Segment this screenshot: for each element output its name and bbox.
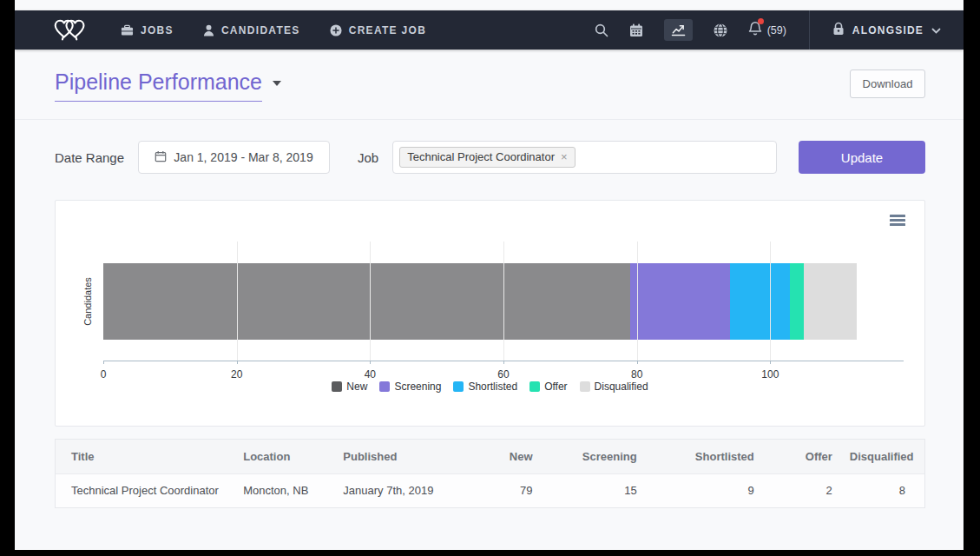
table-cell: 8 (841, 473, 924, 507)
gridline (503, 242, 504, 361)
bar-segment-disqualified[interactable] (804, 263, 857, 340)
gridline (370, 242, 371, 361)
table-cell: 15 (542, 473, 646, 507)
update-button[interactable]: Update (799, 141, 925, 174)
table-cell: 2 (763, 473, 841, 507)
nav-right: (59) ALONGSIDE (595, 10, 941, 50)
legend-label: Shortlisted (468, 381, 517, 393)
bar-segment-shortlisted[interactable] (730, 263, 790, 340)
column-header-published: Published (334, 440, 463, 473)
job-tag-label: Technical Project Coordinator (407, 150, 555, 163)
search-icon[interactable] (595, 23, 608, 37)
legend-swatch (529, 381, 540, 392)
legend-swatch (453, 381, 464, 392)
nav-item-candidates[interactable]: CANDIDATES (203, 24, 300, 36)
column-header-disqualified: Disqualified (841, 440, 924, 473)
legend-item-offer[interactable]: Offer (529, 381, 567, 393)
legend-label: Screening (394, 381, 441, 393)
job-label: Job (358, 150, 378, 165)
column-header-title: Title (56, 440, 234, 473)
account-menu[interactable]: ALONGSIDE (832, 22, 941, 38)
gridline (637, 242, 638, 361)
plus-circle-icon (330, 24, 342, 36)
legend-item-shortlisted[interactable]: Shortlisted (453, 381, 517, 393)
job-multiselect[interactable]: Technical Project Coordinator × (392, 141, 777, 174)
nav-item-jobs[interactable]: JOBS (121, 24, 174, 36)
x-tick-label: 60 (497, 368, 509, 381)
calendar-small-icon (155, 150, 167, 165)
x-tick-mark (237, 361, 238, 364)
column-header-screening: Screening (542, 440, 646, 473)
navbar-divider (809, 10, 810, 50)
job-tag: Technical Project Coordinator × (399, 147, 575, 168)
legend-item-screening[interactable]: Screening (379, 381, 441, 393)
x-tick-label: 0 (101, 368, 107, 381)
account-label: ALONGSIDE (852, 24, 924, 36)
briefcase-icon (121, 24, 134, 36)
nav-item-label: CREATE JOB (349, 24, 426, 36)
date-range-value: Jan 1, 2019 - Mar 8, 2019 (174, 150, 312, 164)
x-tick-mark (503, 361, 504, 364)
legend-item-disqualified[interactable]: Disqualified (580, 381, 648, 393)
navbar: JOBS CANDIDATES CREATE JOB (15, 10, 964, 50)
analytics-icon[interactable] (664, 19, 693, 41)
chart-panel: Candidates 020406080100 NewScreeningShor… (55, 200, 925, 427)
nav-item-label: JOBS (141, 24, 174, 36)
legend-swatch (332, 381, 342, 392)
download-button[interactable]: Download (850, 70, 925, 98)
nav-item-label: CANDIDATES (221, 24, 300, 36)
x-tick-mark (637, 361, 638, 364)
brand-logo-icon[interactable] (53, 17, 88, 43)
nav-links: JOBS CANDIDATES CREATE JOB (121, 24, 426, 36)
x-tick-label: 40 (365, 368, 376, 381)
gridline (237, 242, 238, 361)
filter-bar: Date Range Jan 1, 2019 - Mar 8, 2019 Job… (55, 141, 925, 174)
column-header-shortlisted: Shortlisted (646, 440, 763, 473)
notification-dot (758, 18, 764, 24)
plot-area: 020406080100 (103, 242, 904, 361)
results-table-panel: TitleLocationPublishedNewScreeningShortl… (55, 439, 925, 508)
notification-count: (59) (767, 24, 786, 36)
table-cell: 9 (646, 473, 763, 507)
bar-segment-screening[interactable] (630, 263, 730, 340)
x-tick-label: 80 (631, 368, 642, 381)
calendar-icon[interactable] (629, 23, 643, 37)
header-divider (15, 119, 964, 120)
nav-item-create-job[interactable]: CREATE JOB (330, 24, 426, 36)
close-icon[interactable]: × (561, 151, 568, 162)
legend-label: Disqualified (595, 381, 648, 393)
x-tick-mark (770, 361, 771, 364)
legend-swatch (580, 381, 590, 392)
results-table: TitleLocationPublishedNewScreeningShortl… (56, 440, 924, 507)
chart-ylabel: Candidates (82, 242, 94, 361)
report-selector[interactable]: Pipeline Performance (55, 70, 281, 102)
table-cell: Moncton, NB (234, 473, 334, 507)
legend-item-new[interactable]: New (332, 381, 367, 393)
column-header-location: Location (234, 440, 334, 473)
x-tick-mark (370, 361, 371, 364)
bar-segment-offer[interactable] (790, 263, 803, 340)
globe-icon[interactable] (714, 23, 727, 37)
app-screen: JOBS CANDIDATES CREATE JOB (15, 0, 964, 550)
x-tick-mark (103, 361, 104, 364)
column-header-new: New (463, 440, 541, 473)
date-range-input[interactable]: Jan 1, 2019 - Mar 8, 2019 (138, 141, 330, 174)
chart-legend: NewScreeningShortlistedOfferDisqualified (56, 381, 924, 393)
legend-label: Offer (544, 381, 567, 393)
table-header-row: TitleLocationPublishedNewScreeningShortl… (56, 440, 924, 473)
page-title: Pipeline Performance (55, 70, 262, 102)
x-tick-label: 100 (761, 368, 779, 381)
notifications-button[interactable]: (59) (748, 21, 786, 39)
table-cell: Technical Project Coordinator (56, 473, 234, 507)
lock-icon (832, 22, 845, 38)
person-icon (203, 24, 214, 36)
chart-menu-icon[interactable] (890, 215, 905, 228)
table-cell: January 7th, 2019 (334, 473, 463, 507)
table-row: Technical Project CoordinatorMoncton, NB… (56, 473, 924, 507)
legend-swatch (379, 381, 390, 392)
x-tick-label: 20 (231, 368, 242, 381)
column-header-offer: Offer (763, 440, 841, 473)
gridline (770, 242, 771, 361)
bar-segment-new[interactable] (103, 263, 630, 340)
table-cell: 79 (463, 473, 541, 507)
